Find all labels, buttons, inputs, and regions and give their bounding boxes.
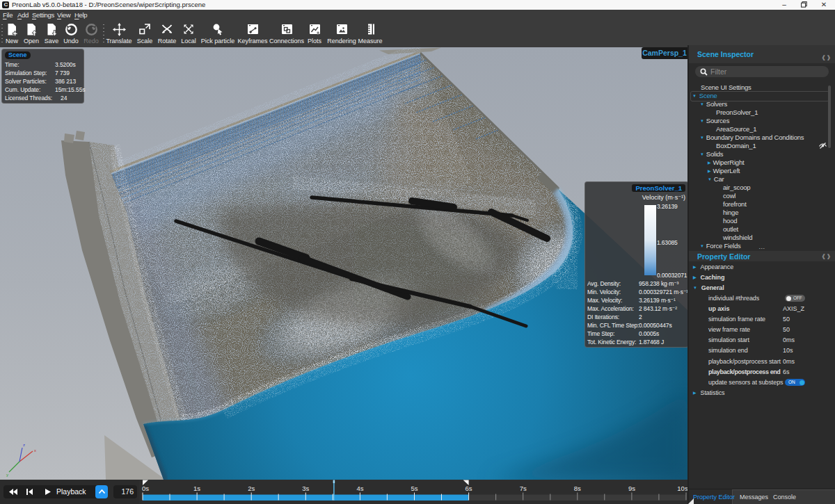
svg-text:8s: 8s (574, 485, 581, 492)
svg-text:0s: 0s (142, 485, 149, 492)
svg-text:1s: 1s (193, 485, 200, 492)
svg-text:4s: 4s (356, 485, 363, 492)
svg-text:y: y (6, 473, 8, 477)
svg-text:z: z (23, 443, 25, 447)
svg-text:7s: 7s (520, 485, 527, 492)
svg-text:10s: 10s (677, 485, 687, 492)
svg-text:9s: 9s (628, 485, 635, 492)
svg-text:5s: 5s (411, 485, 418, 492)
svg-text:6s: 6s (466, 485, 472, 492)
svg-text:x: x (34, 448, 36, 453)
svg-text:2s: 2s (248, 485, 255, 492)
svg-text:3s: 3s (302, 485, 309, 492)
